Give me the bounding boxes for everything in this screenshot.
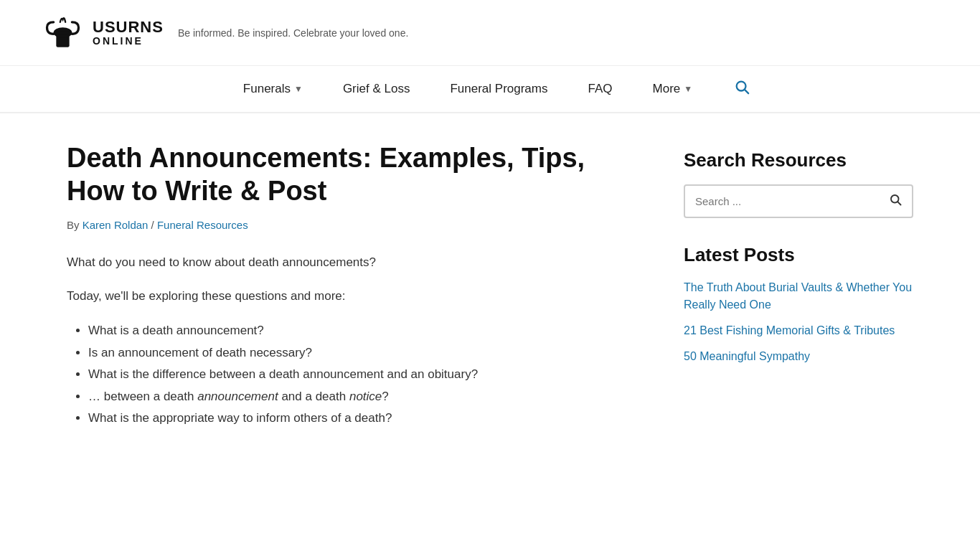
meta-by: By [67, 219, 83, 231]
author-link[interactable]: Karen Roldan [83, 219, 149, 231]
list-item: What is the difference between a death a… [88, 364, 641, 386]
search-input[interactable] [695, 195, 889, 207]
svg-line-6 [897, 202, 900, 204]
latest-posts-title: Latest Posts [684, 244, 913, 266]
site-logo-text: USURNS ONLINE [93, 19, 164, 47]
article-bullet-list: What is a death announcement? Is an anno… [88, 320, 641, 430]
article-meta: By Karen Roldan / Funeral Resources [67, 219, 641, 231]
list-item: 21 Best Fishing Memorial Gifts & Tribute… [684, 322, 913, 339]
nav-funerals[interactable]: Funerals ▼ [223, 66, 323, 112]
list-item: Is an announcement of death necessary? [88, 342, 641, 364]
list-item: What is a death announcement? [88, 320, 641, 342]
list-item: … between a death announcement and a dea… [88, 386, 641, 408]
search-submit-button[interactable] [889, 193, 902, 209]
svg-rect-2 [54, 32, 72, 35]
article-intro1: What do you need to know about death ann… [67, 253, 641, 273]
sidebar: Search Resources Latest Posts The Truth … [684, 142, 913, 443]
nav-faq[interactable]: FAQ [568, 66, 633, 112]
funerals-chevron-icon: ▼ [294, 84, 303, 94]
search-resources-section: Search Resources [684, 149, 913, 218]
list-item: The Truth About Burial Vaults & Whether … [684, 279, 913, 314]
search-resources-title: Search Resources [684, 149, 913, 171]
site-header: USURNS ONLINE Be informed. Be inspired. … [0, 0, 980, 65]
latest-post-link-2[interactable]: 21 Best Fishing Memorial Gifts & Tribute… [684, 322, 913, 339]
bullet4-mid: and a death [278, 390, 349, 403]
nav-more[interactable]: More ▼ [633, 66, 713, 112]
search-submit-icon [889, 193, 902, 206]
logo-area: USURNS ONLINE [43, 13, 164, 52]
article-body: What do you need to know about death ann… [67, 253, 641, 430]
list-item: What is the appropriate way to inform ot… [88, 408, 641, 430]
more-chevron-icon: ▼ [684, 84, 692, 94]
meta-separator: / [148, 219, 157, 231]
nav-search-button[interactable] [727, 72, 757, 106]
latest-posts-list: The Truth About Burial Vaults & Whether … [684, 279, 913, 365]
main-content: Death Announcements: Examples, Tips, How… [67, 142, 641, 443]
search-box [684, 184, 913, 218]
nav-grief-loss[interactable]: Grief & Loss [323, 66, 430, 112]
bullet4-pre: … between a death [88, 390, 197, 403]
list-item: 50 Meaningful Sympathy [684, 348, 913, 365]
latest-post-link-1[interactable]: The Truth About Burial Vaults & Whether … [684, 279, 913, 314]
site-tagline: Be informed. Be inspired. Celebrate your… [178, 27, 408, 39]
bullet4-italic1: announcement [197, 390, 278, 403]
bullet4-italic2: notice [349, 390, 382, 403]
latest-posts-section: Latest Posts The Truth About Burial Vaul… [684, 244, 913, 365]
search-icon [734, 79, 750, 95]
category-link[interactable]: Funeral Resources [157, 219, 248, 231]
site-logo-icon [43, 13, 83, 52]
article-intro2: Today, we'll be exploring these question… [67, 286, 641, 307]
main-navigation: Funerals ▼ Grief & Loss Funeral Programs… [0, 65, 980, 113]
svg-line-4 [745, 90, 748, 93]
bullet4-post: ? [382, 390, 388, 403]
article-title: Death Announcements: Examples, Tips, How… [67, 142, 641, 207]
latest-post-link-3[interactable]: 50 Meaningful Sympathy [684, 348, 913, 365]
page-wrapper: Death Announcements: Examples, Tips, How… [24, 113, 956, 471]
nav-funeral-programs[interactable]: Funeral Programs [430, 66, 567, 112]
